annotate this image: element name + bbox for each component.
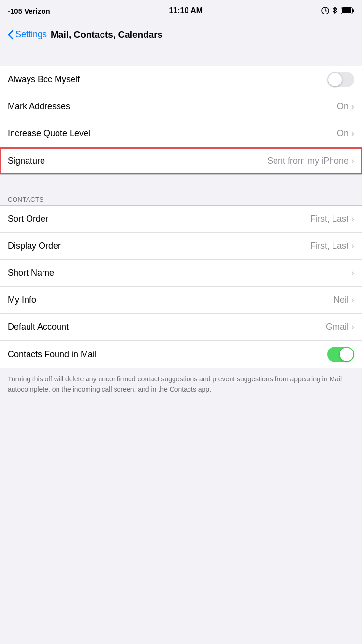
default-account-row[interactable]: Default Account Gmail ›	[0, 314, 362, 341]
default-account-value: Gmail	[326, 322, 348, 332]
short-name-chevron: ›	[351, 268, 354, 278]
back-button[interactable]: Settings	[8, 29, 47, 40]
sort-order-row[interactable]: Sort Order First, Last ›	[0, 206, 362, 233]
nav-bar: Settings Mail, Contacts, Calendars	[0, 21, 362, 48]
contacts-found-in-mail-toggle-thumb	[340, 348, 353, 361]
increase-quote-level-row[interactable]: Increase Quote Level On ›	[0, 120, 362, 147]
clock-icon	[321, 7, 329, 14]
mail-settings-group: Always Bcc Myself Mark Addresses On › In…	[0, 66, 362, 175]
my-info-row[interactable]: My Info Neil ›	[0, 287, 362, 314]
increase-quote-level-right: On ›	[337, 128, 354, 139]
back-label: Settings	[15, 29, 47, 40]
section-spacer-top	[0, 48, 362, 66]
signature-right: Sent from my iPhone ›	[267, 156, 354, 166]
increase-quote-level-chevron: ›	[351, 128, 354, 139]
sort-order-right: First, Last ›	[310, 214, 354, 224]
section-spacer-contacts	[0, 175, 362, 192]
always-bcc-label: Always Bcc Myself	[8, 74, 80, 84]
contacts-found-in-mail-toggle[interactable]	[327, 347, 354, 362]
signature-row[interactable]: Signature Sent from my iPhone ›	[0, 147, 362, 174]
mark-addresses-chevron: ›	[351, 101, 354, 112]
contacts-section-header: CONTACTS	[0, 192, 362, 205]
signature-chevron: ›	[351, 156, 354, 166]
contacts-found-in-mail-label: Contacts Found in Mail	[8, 350, 97, 360]
short-name-right: ›	[351, 268, 354, 278]
page-title: Mail, Contacts, Calendars	[51, 29, 162, 40]
mark-addresses-label: Mark Addresses	[8, 101, 70, 112]
increase-quote-level-value: On	[337, 128, 348, 139]
mark-addresses-row[interactable]: Mark Addresses On ›	[0, 93, 362, 120]
default-account-right: Gmail ›	[326, 322, 354, 332]
display-order-label: Display Order	[8, 241, 61, 251]
default-account-chevron: ›	[351, 322, 354, 332]
status-icons	[321, 6, 354, 15]
increase-quote-level-label: Increase Quote Level	[8, 128, 90, 139]
time-display: 11:10 AM	[169, 6, 203, 15]
bluetooth-icon	[332, 6, 338, 15]
sort-order-value: First, Last	[310, 214, 348, 224]
mark-addresses-value: On	[337, 101, 348, 112]
display-order-right: First, Last ›	[310, 241, 354, 251]
mark-addresses-right: On ›	[337, 101, 354, 112]
svg-rect-4	[342, 8, 351, 13]
my-info-chevron: ›	[351, 295, 354, 305]
status-bar: -105 Verizon 11:10 AM	[0, 0, 362, 21]
short-name-label: Short Name	[8, 268, 54, 278]
sort-order-label: Sort Order	[8, 214, 48, 224]
my-info-value: Neil	[333, 295, 348, 305]
short-name-row[interactable]: Short Name ›	[0, 260, 362, 287]
battery-icon	[341, 7, 354, 14]
always-bcc-toggle[interactable]	[327, 72, 354, 87]
contacts-settings-group: Sort Order First, Last › Display Order F…	[0, 205, 362, 368]
my-info-label: My Info	[8, 295, 36, 305]
sort-order-chevron: ›	[351, 214, 354, 224]
display-order-chevron: ›	[351, 241, 354, 251]
signature-value: Sent from my iPhone	[267, 156, 348, 166]
default-account-label: Default Account	[8, 322, 69, 332]
back-chevron-icon	[8, 30, 14, 40]
carrier-signal: -105 Verizon	[8, 7, 50, 15]
contacts-found-in-mail-row[interactable]: Contacts Found in Mail	[0, 341, 362, 368]
always-bcc-row[interactable]: Always Bcc Myself	[0, 66, 362, 93]
contacts-info-text: Turning this off will delete any unconfi…	[0, 368, 362, 400]
display-order-row[interactable]: Display Order First, Last ›	[0, 233, 362, 260]
signature-label: Signature	[8, 156, 45, 166]
always-bcc-toggle-thumb	[328, 73, 342, 86]
display-order-value: First, Last	[310, 241, 348, 251]
svg-rect-5	[353, 10, 354, 12]
my-info-right: Neil ›	[333, 295, 354, 305]
